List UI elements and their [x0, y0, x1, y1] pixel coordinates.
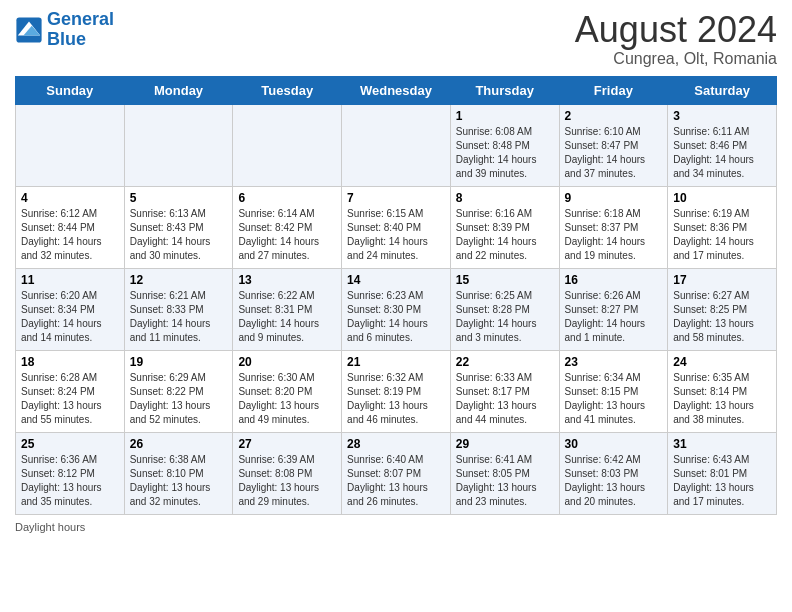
day-info: Sunrise: 6:22 AM Sunset: 8:31 PM Dayligh…: [238, 289, 336, 345]
calendar-cell: 30Sunrise: 6:42 AM Sunset: 8:03 PM Dayli…: [559, 432, 668, 514]
day-info: Sunrise: 6:11 AM Sunset: 8:46 PM Dayligh…: [673, 125, 771, 181]
calendar-cell: 8Sunrise: 6:16 AM Sunset: 8:39 PM Daylig…: [450, 186, 559, 268]
day-number: 29: [456, 437, 554, 451]
calendar-cell: [233, 104, 342, 186]
day-number: 21: [347, 355, 445, 369]
day-info: Sunrise: 6:16 AM Sunset: 8:39 PM Dayligh…: [456, 207, 554, 263]
day-number: 27: [238, 437, 336, 451]
calendar-cell: 20Sunrise: 6:30 AM Sunset: 8:20 PM Dayli…: [233, 350, 342, 432]
calendar-cell: 19Sunrise: 6:29 AM Sunset: 8:22 PM Dayli…: [124, 350, 233, 432]
calendar-cell: 24Sunrise: 6:35 AM Sunset: 8:14 PM Dayli…: [668, 350, 777, 432]
calendar-cell: 26Sunrise: 6:38 AM Sunset: 8:10 PM Dayli…: [124, 432, 233, 514]
day-number: 15: [456, 273, 554, 287]
day-number: 31: [673, 437, 771, 451]
day-info: Sunrise: 6:20 AM Sunset: 8:34 PM Dayligh…: [21, 289, 119, 345]
day-number: 23: [565, 355, 663, 369]
logo-icon: [15, 16, 43, 44]
calendar-cell: 12Sunrise: 6:21 AM Sunset: 8:33 PM Dayli…: [124, 268, 233, 350]
day-number: 8: [456, 191, 554, 205]
calendar-cell: 27Sunrise: 6:39 AM Sunset: 8:08 PM Dayli…: [233, 432, 342, 514]
week-row-3: 11Sunrise: 6:20 AM Sunset: 8:34 PM Dayli…: [16, 268, 777, 350]
day-info: Sunrise: 6:26 AM Sunset: 8:27 PM Dayligh…: [565, 289, 663, 345]
day-info: Sunrise: 6:27 AM Sunset: 8:25 PM Dayligh…: [673, 289, 771, 345]
day-number: 14: [347, 273, 445, 287]
day-info: Sunrise: 6:12 AM Sunset: 8:44 PM Dayligh…: [21, 207, 119, 263]
day-number: 3: [673, 109, 771, 123]
calendar-cell: 16Sunrise: 6:26 AM Sunset: 8:27 PM Dayli…: [559, 268, 668, 350]
day-number: 25: [21, 437, 119, 451]
day-number: 24: [673, 355, 771, 369]
day-info: Sunrise: 6:40 AM Sunset: 8:07 PM Dayligh…: [347, 453, 445, 509]
calendar-cell: 4Sunrise: 6:12 AM Sunset: 8:44 PM Daylig…: [16, 186, 125, 268]
day-info: Sunrise: 6:39 AM Sunset: 8:08 PM Dayligh…: [238, 453, 336, 509]
logo-text: General Blue: [47, 10, 114, 50]
day-number: 5: [130, 191, 228, 205]
calendar-cell: 28Sunrise: 6:40 AM Sunset: 8:07 PM Dayli…: [342, 432, 451, 514]
calendar-body: 1Sunrise: 6:08 AM Sunset: 8:48 PM Daylig…: [16, 104, 777, 514]
calendar-cell: 11Sunrise: 6:20 AM Sunset: 8:34 PM Dayli…: [16, 268, 125, 350]
day-number: 17: [673, 273, 771, 287]
day-number: 22: [456, 355, 554, 369]
day-info: Sunrise: 6:25 AM Sunset: 8:28 PM Dayligh…: [456, 289, 554, 345]
day-info: Sunrise: 6:28 AM Sunset: 8:24 PM Dayligh…: [21, 371, 119, 427]
day-number: 26: [130, 437, 228, 451]
calendar-cell: 31Sunrise: 6:43 AM Sunset: 8:01 PM Dayli…: [668, 432, 777, 514]
month-year: August 2024: [575, 10, 777, 50]
header-row: SundayMondayTuesdayWednesdayThursdayFrid…: [16, 76, 777, 104]
logo-general: General: [47, 9, 114, 29]
calendar-cell: 29Sunrise: 6:41 AM Sunset: 8:05 PM Dayli…: [450, 432, 559, 514]
calendar-cell: 5Sunrise: 6:13 AM Sunset: 8:43 PM Daylig…: [124, 186, 233, 268]
week-row-5: 25Sunrise: 6:36 AM Sunset: 8:12 PM Dayli…: [16, 432, 777, 514]
calendar-cell: [342, 104, 451, 186]
page-container: General Blue August 2024 Cungrea, Olt, R…: [0, 0, 792, 543]
header-day-wednesday: Wednesday: [342, 76, 451, 104]
day-info: Sunrise: 6:33 AM Sunset: 8:17 PM Dayligh…: [456, 371, 554, 427]
calendar-cell: 18Sunrise: 6:28 AM Sunset: 8:24 PM Dayli…: [16, 350, 125, 432]
header-day-sunday: Sunday: [16, 76, 125, 104]
day-info: Sunrise: 6:30 AM Sunset: 8:20 PM Dayligh…: [238, 371, 336, 427]
calendar-table: SundayMondayTuesdayWednesdayThursdayFrid…: [15, 76, 777, 515]
day-number: 11: [21, 273, 119, 287]
day-number: 6: [238, 191, 336, 205]
day-number: 10: [673, 191, 771, 205]
day-number: 18: [21, 355, 119, 369]
daylight-label: Daylight hours: [15, 521, 85, 533]
calendar-cell: 13Sunrise: 6:22 AM Sunset: 8:31 PM Dayli…: [233, 268, 342, 350]
day-info: Sunrise: 6:43 AM Sunset: 8:01 PM Dayligh…: [673, 453, 771, 509]
day-info: Sunrise: 6:29 AM Sunset: 8:22 PM Dayligh…: [130, 371, 228, 427]
calendar-cell: 17Sunrise: 6:27 AM Sunset: 8:25 PM Dayli…: [668, 268, 777, 350]
header-day-tuesday: Tuesday: [233, 76, 342, 104]
day-number: 2: [565, 109, 663, 123]
calendar-cell: 2Sunrise: 6:10 AM Sunset: 8:47 PM Daylig…: [559, 104, 668, 186]
day-info: Sunrise: 6:34 AM Sunset: 8:15 PM Dayligh…: [565, 371, 663, 427]
day-number: 12: [130, 273, 228, 287]
header-day-friday: Friday: [559, 76, 668, 104]
day-info: Sunrise: 6:19 AM Sunset: 8:36 PM Dayligh…: [673, 207, 771, 263]
day-info: Sunrise: 6:13 AM Sunset: 8:43 PM Dayligh…: [130, 207, 228, 263]
footer: Daylight hours: [15, 521, 777, 533]
day-number: 1: [456, 109, 554, 123]
day-number: 13: [238, 273, 336, 287]
calendar-cell: 6Sunrise: 6:14 AM Sunset: 8:42 PM Daylig…: [233, 186, 342, 268]
calendar-cell: 14Sunrise: 6:23 AM Sunset: 8:30 PM Dayli…: [342, 268, 451, 350]
logo-blue: Blue: [47, 29, 86, 49]
day-info: Sunrise: 6:23 AM Sunset: 8:30 PM Dayligh…: [347, 289, 445, 345]
day-info: Sunrise: 6:42 AM Sunset: 8:03 PM Dayligh…: [565, 453, 663, 509]
calendar-cell: 1Sunrise: 6:08 AM Sunset: 8:48 PM Daylig…: [450, 104, 559, 186]
day-number: 20: [238, 355, 336, 369]
calendar-cell: 23Sunrise: 6:34 AM Sunset: 8:15 PM Dayli…: [559, 350, 668, 432]
location: Cungrea, Olt, Romania: [575, 50, 777, 68]
week-row-2: 4Sunrise: 6:12 AM Sunset: 8:44 PM Daylig…: [16, 186, 777, 268]
day-number: 16: [565, 273, 663, 287]
day-number: 9: [565, 191, 663, 205]
week-row-1: 1Sunrise: 6:08 AM Sunset: 8:48 PM Daylig…: [16, 104, 777, 186]
title-block: August 2024 Cungrea, Olt, Romania: [575, 10, 777, 68]
day-info: Sunrise: 6:21 AM Sunset: 8:33 PM Dayligh…: [130, 289, 228, 345]
calendar-cell: 15Sunrise: 6:25 AM Sunset: 8:28 PM Dayli…: [450, 268, 559, 350]
calendar-cell: 9Sunrise: 6:18 AM Sunset: 8:37 PM Daylig…: [559, 186, 668, 268]
week-row-4: 18Sunrise: 6:28 AM Sunset: 8:24 PM Dayli…: [16, 350, 777, 432]
day-number: 30: [565, 437, 663, 451]
day-number: 19: [130, 355, 228, 369]
day-info: Sunrise: 6:32 AM Sunset: 8:19 PM Dayligh…: [347, 371, 445, 427]
header-day-saturday: Saturday: [668, 76, 777, 104]
